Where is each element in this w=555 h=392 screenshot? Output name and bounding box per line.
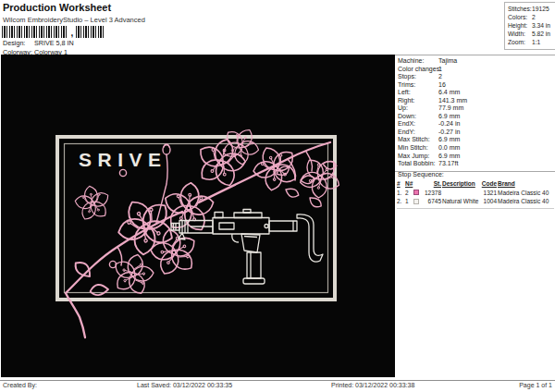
thread-color-swatch	[413, 199, 419, 204]
machine-field-row: Down:6.9 mm	[398, 113, 555, 121]
machine-field-row: Trims:16	[398, 81, 555, 90]
design-barcode: ,	[2, 26, 105, 38]
stat-row: Zoom:1:1	[508, 38, 555, 46]
footer-divider	[0, 380, 555, 381]
machine-field-row: Max Jump:6.9 mm	[398, 153, 555, 161]
page-title: Production Worksheet	[3, 2, 111, 13]
design-name-row: Design:SRIVE 5,8 IN	[3, 39, 74, 47]
thread-color-swatch	[413, 190, 419, 195]
production-worksheet-page: Production Worksheet Wilcom EmbroiderySt…	[0, 0, 555, 392]
machine-settings-panel: Machine:Tajima Color changes:1 Stops:2 T…	[395, 55, 555, 172]
created-by-label: Created By:	[3, 382, 37, 388]
app-subtitle: Wilcom EmbroideryStudio – Level 3 Advanc…	[3, 16, 145, 24]
machine-field-row: Stops:2	[398, 73, 555, 81]
stat-row: Height:3.34 in	[508, 21, 555, 30]
design-value: SRIVE 5,8 IN	[34, 39, 74, 47]
machine-field-row: Color changes:1	[398, 66, 555, 74]
machine-field-row: EndY:-0.27 in	[398, 129, 555, 137]
page-number: Page 1 of 1	[519, 382, 552, 388]
stop-sequence-header-row: # N# St. Description Code Brand	[397, 179, 554, 189]
barcode-comma: ,	[68, 26, 76, 38]
barcode-segment-icon	[76, 26, 105, 38]
machine-field-row: Left:6.4 mm	[398, 89, 555, 97]
stat-row: Stitches:19125	[508, 5, 555, 13]
last-saved-label: Last Saved: 03/12/2022 00:33:35	[137, 382, 232, 388]
machine-field-row: Up:77.9 mm	[398, 104, 555, 113]
stat-row: Colors:2	[508, 13, 555, 21]
design-lettering: SRIVE	[79, 149, 167, 170]
machine-field-row: Total Bobbin:73.17ft	[398, 160, 555, 168]
machine-field-row: Right:141.3 mm	[398, 97, 555, 105]
stop-sequence-title: Stop Sequence:	[398, 171, 444, 178]
machine-field-row: Machine:Tajima	[398, 57, 555, 66]
stat-row: Width:5.82 in	[508, 30, 555, 38]
machine-field-row: Min Stitch:0.0 mm	[398, 144, 555, 153]
table-row: 1. 2 12378 1321 Madeira Classic 40	[397, 189, 554, 198]
machine-field-row: EndX:-0.24 in	[398, 120, 555, 129]
barcode-segment-icon	[2, 26, 68, 38]
embroidery-design-svg: SRIVE	[1, 55, 395, 377]
design-stats-box: Stitches:19125 Colors:2 Height:3.34 in W…	[504, 2, 555, 50]
embroidery-preview: SRIVE	[1, 55, 395, 377]
machine-field-row: Max Stitch:6.9 mm	[398, 136, 555, 144]
printed-label: Printed: 03/12/2022 00:33:38	[331, 382, 414, 388]
design-label: Design:	[3, 39, 34, 47]
stop-sequence-table: # N# St. Description Code Brand 1. 2 123…	[397, 179, 554, 209]
table-row: 2. 1 6745 Natural White 1004 Madeira Cla…	[397, 197, 554, 206]
